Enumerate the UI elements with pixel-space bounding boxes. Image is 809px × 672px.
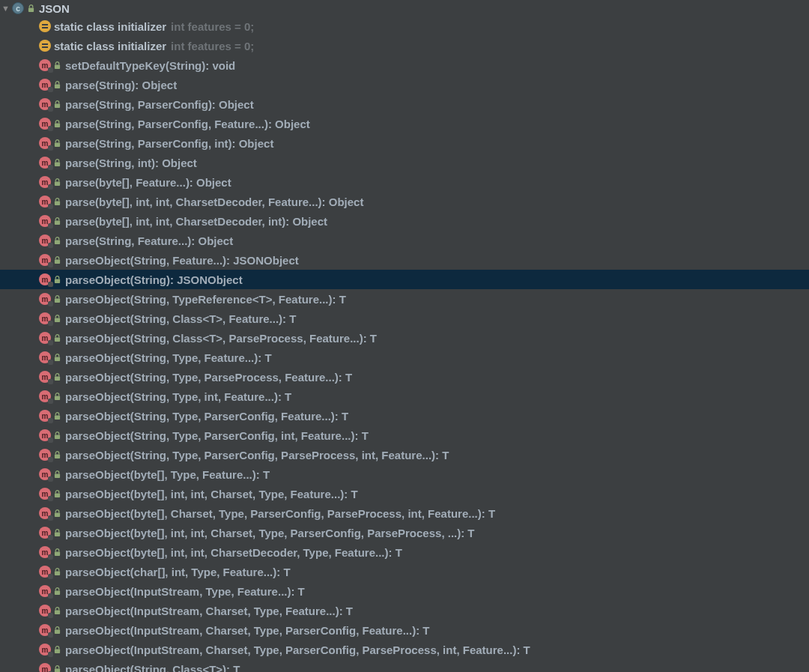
tree-item[interactable]: mparseObject(String, Type, int, Feature.… — [0, 387, 809, 406]
tree-item[interactable]: mparseObject(InputStream, Charset, Type,… — [0, 620, 809, 640]
lock-icon — [27, 4, 34, 13]
svg-rect-16 — [54, 357, 59, 360]
tree-item[interactable]: mparse(byte[], int, int, CharsetDecoder,… — [0, 192, 809, 211]
tree-item[interactable]: mparseObject(String, Type, ParserConfig,… — [0, 426, 809, 445]
method-signature: parseObject(String, Type, Feature...): T — [65, 351, 272, 364]
svg-rect-1 — [54, 64, 59, 68]
svg-rect-13 — [54, 298, 59, 302]
tree-item[interactable]: mparse(byte[], Feature...): Object — [0, 172, 809, 192]
tree-item[interactable]: mparseObject(String, Type, ParserConfig,… — [0, 406, 809, 426]
tree-root-row[interactable]: ▼ c JSON — [0, 0, 809, 16]
svg-rect-26 — [54, 551, 59, 555]
svg-rect-32 — [54, 668, 59, 672]
svg-rect-31 — [54, 649, 59, 653]
method-signature: parseObject(InputStream, Type, Feature..… — [65, 585, 305, 598]
svg-rect-12 — [54, 279, 59, 282]
tree-item[interactable]: mparseObject(byte[], Type, Feature...): … — [0, 464, 809, 484]
lock-icon — [53, 61, 61, 70]
method-icon: m — [39, 371, 51, 383]
svg-rect-5 — [54, 142, 59, 146]
method-signature: parse(String): Object — [65, 79, 177, 91]
lock-icon — [53, 509, 61, 518]
method-icon: m — [39, 546, 51, 558]
tree-item[interactable]: mparse(byte[], int, int, CharsetDecoder,… — [0, 211, 809, 231]
svg-rect-30 — [54, 629, 59, 633]
method-signature: parseObject(String, Type, ParserConfig, … — [65, 429, 369, 442]
method-icon: m — [39, 351, 51, 363]
svg-rect-27 — [54, 571, 59, 575]
tree-item[interactable]: mparseObject(String, Type, ParserConfig,… — [0, 445, 809, 464]
lock-icon — [53, 354, 61, 362]
tree-item[interactable]: mparseObject(InputStream, Charset, Type,… — [0, 601, 809, 620]
method-signature: parse(String, int): Object — [65, 157, 197, 169]
svg-rect-29 — [54, 610, 59, 614]
svg-rect-10 — [54, 240, 59, 243]
method-signature: parseObject(InputStream, Charset, Type, … — [65, 644, 530, 656]
method-icon: m — [39, 390, 51, 402]
tree-item[interactable]: mparseObject(InputStream, Type, Feature.… — [0, 581, 809, 601]
tree-item[interactable]: mparseObject(String, Type, Feature...): … — [0, 348, 809, 367]
tree-item[interactable]: mparseObject(String, Class<T>, ParseProc… — [0, 328, 809, 348]
svg-rect-6 — [54, 162, 59, 166]
tree-item[interactable]: static class initializerint features = 0… — [0, 16, 809, 36]
lock-icon — [53, 237, 61, 245]
tree-item[interactable]: mparseObject(String, Feature...): JSONOb… — [0, 250, 809, 270]
method-icon: m — [39, 98, 51, 110]
tree-item[interactable]: mparseObject(byte[], int, int, CharsetDe… — [0, 542, 809, 562]
lock-icon — [53, 529, 61, 537]
method-signature: parse(String, Feature...): Object — [65, 234, 233, 247]
method-signature: parseObject(byte[], Charset, Type, Parse… — [65, 507, 495, 520]
lock-icon — [53, 393, 61, 401]
svg-rect-7 — [54, 181, 59, 185]
svg-rect-15 — [54, 337, 59, 341]
tree-item[interactable]: mparse(String, ParserConfig, Feature...)… — [0, 114, 809, 133]
tree-item[interactable]: mparse(String, ParserConfig): Object — [0, 94, 809, 114]
svg-rect-18 — [54, 396, 59, 399]
lock-icon — [53, 646, 61, 654]
method-signature: parseObject(InputStream, Charset, Type, … — [65, 605, 353, 617]
svg-rect-23 — [54, 493, 59, 497]
method-signature: parseObject(String, Class<T>, Feature...… — [65, 312, 296, 325]
lock-icon — [53, 178, 61, 187]
method-icon: m — [39, 332, 51, 344]
method-icon: m — [39, 293, 51, 305]
lock-icon — [53, 373, 61, 381]
tree-item[interactable]: static class initializerint features = 0… — [0, 36, 809, 55]
tree-item[interactable]: mparseObject(String, Class<T>): T — [0, 659, 809, 672]
tree-item[interactable]: mparse(String, ParserConfig, int): Objec… — [0, 133, 809, 153]
method-signature: setDefaultTypeKey(String): void — [65, 59, 235, 72]
method-icon: m — [39, 449, 51, 461]
tree-item[interactable]: mparseObject(byte[], int, int, Charset, … — [0, 523, 809, 542]
method-icon: m — [39, 663, 51, 672]
svg-rect-19 — [54, 415, 59, 419]
tree-item[interactable]: mparseObject(String): JSONObject — [0, 270, 809, 289]
tree-item[interactable]: mparseObject(String, Class<T>, Feature..… — [0, 309, 809, 328]
svg-rect-8 — [54, 201, 59, 205]
tree-item[interactable]: mparseObject(String, TypeReference<T>, F… — [0, 289, 809, 309]
tree-item[interactable]: mparseObject(String, Type, ParseProcess,… — [0, 367, 809, 387]
tree-item[interactable]: mparse(String): Object — [0, 75, 809, 94]
tree-item[interactable]: mparseObject(byte[], int, int, Charset, … — [0, 484, 809, 503]
method-icon: m — [39, 176, 51, 188]
tree-item[interactable]: mparseObject(char[], int, Type, Feature.… — [0, 562, 809, 581]
method-icon: m — [39, 624, 51, 636]
method-signature: parseObject(byte[], int, int, Charset, T… — [65, 488, 358, 500]
method-icon: m — [39, 118, 51, 130]
svg-rect-22 — [54, 473, 59, 477]
class-icon: c — [12, 2, 24, 14]
lock-icon — [53, 81, 61, 89]
lock-icon — [53, 451, 61, 459]
tree-item[interactable]: mparseObject(InputStream, Charset, Type,… — [0, 640, 809, 659]
tree-item[interactable]: mparseObject(byte[], Charset, Type, Pars… — [0, 503, 809, 523]
expand-arrow-icon[interactable]: ▼ — [1, 4, 12, 13]
svg-rect-17 — [54, 376, 59, 380]
svg-rect-20 — [54, 435, 59, 438]
tree-item[interactable]: msetDefaultTypeKey(String): void — [0, 55, 809, 75]
tree-item[interactable]: mparse(String, int): Object — [0, 153, 809, 172]
method-signature: parseObject(String, Class<T>, ParseProce… — [65, 332, 377, 345]
tree-item[interactable]: mparse(String, Feature...): Object — [0, 231, 809, 250]
initializer-icon — [39, 40, 51, 52]
class-name-label: JSON — [39, 2, 70, 15]
method-signature: parseObject(byte[], int, int, CharsetDec… — [65, 546, 402, 559]
method-signature: parse(String, ParserConfig, Feature...):… — [65, 118, 310, 130]
